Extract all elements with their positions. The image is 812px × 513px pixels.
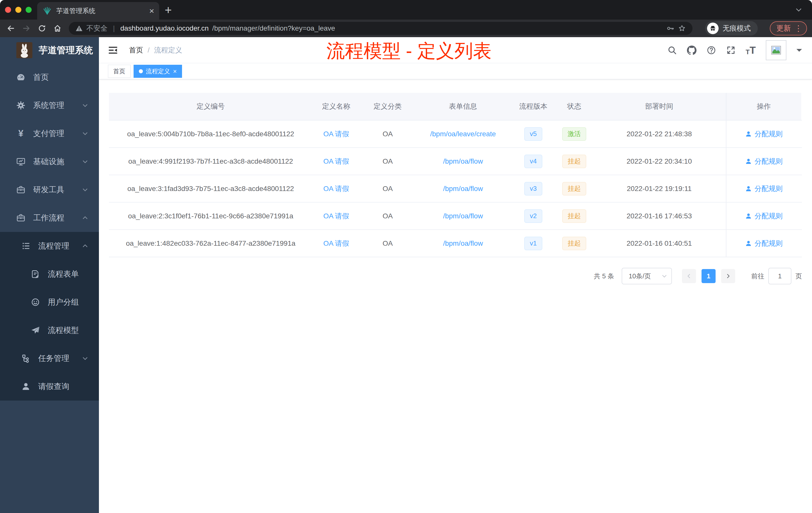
chevron-right-icon	[725, 273, 731, 279]
status-cell: 挂起	[556, 230, 592, 257]
not-secure-warning-icon[interactable]	[75, 25, 83, 32]
search-icon[interactable]	[667, 46, 677, 55]
sidebar-item-home[interactable]: 首页	[0, 63, 99, 91]
zoom-window-button[interactable]	[26, 7, 32, 13]
deploy-time-cell: 2022-01-16 01:40:51	[592, 230, 726, 257]
tab-search-chevron-icon[interactable]	[795, 6, 803, 13]
page-size-select[interactable]: 10条/页	[622, 268, 672, 284]
definition-name-link[interactable]: OA 请假	[323, 129, 349, 139]
sidebar-item-label: 流程管理	[38, 241, 69, 251]
github-icon[interactable]	[687, 46, 696, 55]
sidebar-item-label: 研发工具	[33, 184, 64, 195]
tag-home[interactable]: 首页	[108, 65, 130, 78]
pagination: 共 5 条 10条/页 1 前往 1 页	[109, 268, 802, 284]
current-page-button[interactable]: 1	[701, 269, 716, 283]
paper-plane-icon	[31, 326, 40, 335]
sidebar-item-leave-query[interactable]: 请假查询	[0, 372, 99, 400]
form-info-link[interactable]: /bpm/oa/leave/create	[430, 130, 496, 138]
version-cell: v3	[511, 175, 556, 202]
definition-name-link[interactable]: OA 请假	[323, 157, 349, 166]
workflow-submenu: 流程管理 流程表单 用户分组 流程模型 任务管理	[0, 232, 99, 400]
form-info-link[interactable]: /bpm/oa/flow	[443, 157, 483, 165]
bookmark-star-icon[interactable]	[678, 24, 686, 32]
chevron-down-icon	[82, 130, 88, 137]
form-info-link[interactable]: /bpm/oa/flow	[443, 185, 483, 193]
definition-name-link[interactable]: OA 请假	[323, 239, 349, 248]
address-bar[interactable]: 不安全 | dashboard.yudao.iocoder.cn/bpm/man…	[69, 22, 693, 35]
user-menu-caret-icon[interactable]	[796, 49, 802, 55]
sidebar-item-payment[interactable]: ¥ 支付管理	[0, 119, 99, 148]
chevron-down-icon	[82, 186, 88, 193]
tag-process-definition[interactable]: 流程定义 ×	[134, 65, 182, 78]
column-header: 定义编号	[109, 93, 312, 120]
sidebar-item-workflow[interactable]: 工作流程	[0, 204, 99, 232]
reload-button[interactable]	[38, 24, 46, 33]
tag-label: 流程定义	[146, 67, 170, 75]
breadcrumb-home-link[interactable]: 首页	[129, 46, 143, 55]
goto-page-input[interactable]: 1	[768, 268, 791, 284]
back-button[interactable]	[6, 24, 15, 33]
browser-menu-kebab-icon[interactable]: ⋮	[794, 24, 803, 33]
column-header: 流程版本	[511, 93, 556, 120]
forward-button[interactable]	[22, 24, 31, 33]
assign-rule-button[interactable]: 分配规则	[745, 211, 783, 221]
sidebar-item-process-management[interactable]: 流程管理	[0, 232, 99, 260]
form-info-cell: /bpm/oa/flow	[415, 203, 511, 230]
password-key-icon[interactable]	[666, 24, 674, 32]
definition-name-cell: OA 请假	[312, 120, 360, 147]
sidebar-item-label: 支付管理	[33, 128, 64, 139]
tag-close-icon[interactable]: ×	[173, 68, 177, 74]
form-info-cell: /bpm/oa/leave/create	[415, 120, 511, 147]
sidebar-item-task-management[interactable]: 任务管理	[0, 344, 99, 372]
new-tab-button[interactable]: +	[165, 4, 172, 16]
browser-tab[interactable]: 芋道管理系统 ×	[37, 2, 159, 20]
help-icon[interactable]	[706, 46, 716, 55]
table-header: 定义编号 定义名称 定义分类 表单信息 流程版本 状态 部署时间 操作	[109, 93, 802, 120]
chevron-down-icon	[82, 158, 88, 165]
sidebar-item-infrastructure[interactable]: 基础设施	[0, 148, 99, 176]
close-window-button[interactable]	[5, 7, 11, 13]
column-header: 表单信息	[415, 93, 511, 120]
form-info-link[interactable]: /bpm/oa/flow	[443, 239, 483, 247]
assign-rule-button[interactable]: 分配规则	[745, 129, 783, 139]
fullscreen-icon[interactable]	[726, 46, 736, 55]
sidebar-collapse-button[interactable]	[108, 45, 118, 55]
definition-name-link[interactable]: OA 请假	[323, 211, 349, 221]
sidebar-item-user-group[interactable]: 用户分组	[0, 288, 99, 316]
person-icon	[745, 158, 752, 165]
next-page-button[interactable]	[721, 269, 735, 283]
gear-icon	[16, 101, 26, 110]
table-row: oa_leave:2:3c1f0ef1-76b1-11ec-9c66-a2380…	[109, 203, 802, 230]
avatar[interactable]	[766, 40, 786, 60]
deploy-time-cell: 2022-01-22 20:34:10	[592, 148, 726, 175]
action-cell: 分配规则	[726, 120, 801, 147]
assign-rule-button[interactable]: 分配规则	[745, 184, 783, 193]
font-size-icon[interactable]: TT	[746, 45, 756, 55]
sidebar-item-label: 任务管理	[38, 353, 69, 364]
sidebar-item-process-form[interactable]: 流程表单	[0, 260, 99, 288]
status-cell: 挂起	[556, 203, 592, 230]
app-title: 芋道管理系统	[39, 44, 93, 57]
sidebar-item-devtools[interactable]: 研发工具	[0, 176, 99, 204]
minimize-window-button[interactable]	[15, 7, 21, 13]
version-badge: v3	[524, 182, 542, 195]
tab-close-icon[interactable]: ×	[149, 6, 154, 15]
assign-rule-button[interactable]: 分配规则	[745, 157, 783, 166]
form-info-link[interactable]: /bpm/oa/flow	[443, 212, 483, 220]
update-browser-button[interactable]: 更新 ⋮	[770, 21, 807, 35]
url-path: /bpm/manager/definition?key=oa_leave	[212, 24, 335, 32]
home-button[interactable]	[53, 24, 62, 33]
definition-name-link[interactable]: OA 请假	[323, 184, 349, 193]
sidebar-item-process-model[interactable]: 流程模型	[0, 316, 99, 344]
tab-strip: 芋道管理系统 × +	[0, 0, 812, 20]
prev-page-button[interactable]	[682, 269, 696, 283]
sidebar-item-label: 首页	[33, 72, 49, 83]
definition-category-cell: OA	[360, 203, 415, 230]
briefcase-icon	[16, 213, 26, 222]
version-cell: v1	[511, 230, 556, 257]
assign-rule-label: 分配规则	[754, 157, 783, 166]
status-badge: 挂起	[562, 237, 586, 250]
sidebar-item-system[interactable]: 系统管理	[0, 91, 99, 119]
status-cell: 挂起	[556, 175, 592, 202]
assign-rule-button[interactable]: 分配规则	[745, 239, 783, 248]
